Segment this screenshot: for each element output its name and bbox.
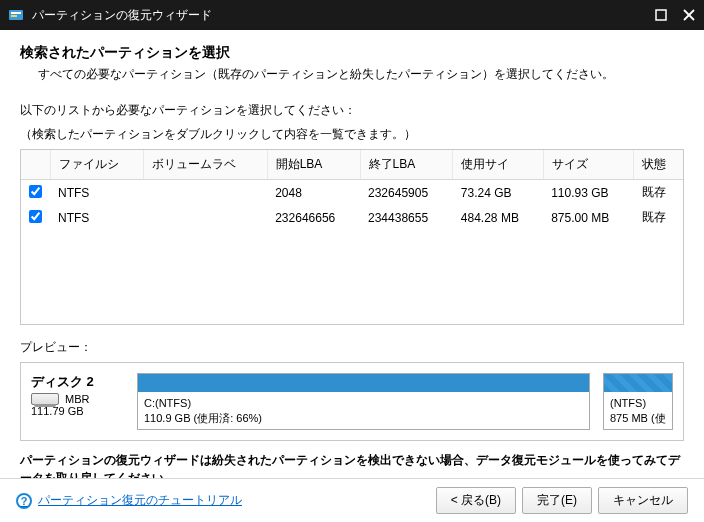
titlebar: パーティションの復元ウィザード [0,0,704,30]
table-row[interactable]: NTFS 2048 232645905 73.24 GB 110.93 GB 既… [21,180,683,206]
cell-end: 234438655 [360,205,453,230]
disk-icon [31,393,59,405]
partition-title: C:(NTFS) [144,396,583,411]
cell-status: 既存 [634,205,683,230]
row-checkbox[interactable] [29,210,42,223]
svg-rect-1 [11,12,21,14]
col-used-size[interactable]: 使用サイ [453,150,543,180]
maximize-button[interactable] [654,8,668,22]
partition-table: ファイルシ ボリュームラベ 開始LBA 終了LBA 使用サイ サイズ 状態 NT… [21,150,683,230]
footer: ? パーティション復元のチュートリアル < 戻る(B) 完了(E) キャンセル [0,478,704,522]
help-icon: ? [16,493,32,509]
disk-info: ディスク 2 MBR 111.79 GB [31,373,127,430]
col-start-lba[interactable]: 開始LBA [267,150,360,180]
partition-block[interactable]: C:(NTFS) 110.9 GB (使用済: 66%) [137,373,590,430]
partition-title: (NTFS) [610,396,666,411]
cell-start: 232646656 [267,205,360,230]
page-heading: 検索されたパーティションを選択 [20,44,684,62]
col-volume-label[interactable]: ボリュームラベ [144,150,267,180]
instruction-line2: （検索したパーティションをダブルクリックして内容を一覧できます。） [20,125,684,143]
preview-box: ディスク 2 MBR 111.79 GB C:(NTFS) 110.9 GB (… [20,362,684,441]
instruction-line1: 以下のリストから必要なパーティションを選択してください： [20,101,684,119]
col-end-lba[interactable]: 終了LBA [360,150,453,180]
cell-end: 232645905 [360,180,453,206]
cell-label [144,180,267,206]
help-link[interactable]: ? パーティション復元のチュートリアル [16,492,242,509]
cell-used: 484.28 MB [453,205,543,230]
table-row[interactable]: NTFS 232646656 234438655 484.28 MB 875.0… [21,205,683,230]
finish-button[interactable]: 完了(E) [522,487,592,514]
cell-fs: NTFS [50,205,144,230]
col-check [21,150,50,180]
partition-block[interactable]: (NTFS) 875 MB (使 [603,373,673,430]
partition-detail: 110.9 GB (使用済: 66%) [144,411,583,426]
partition-table-container: ファイルシ ボリュームラベ 開始LBA 終了LBA 使用サイ サイズ 状態 NT… [20,149,684,325]
disk-type: MBR [65,393,89,405]
back-button[interactable]: < 戻る(B) [436,487,516,514]
cancel-button[interactable]: キャンセル [598,487,688,514]
svg-rect-2 [11,15,17,17]
disk-name: ディスク 2 [31,373,94,391]
row-checkbox[interactable] [29,185,42,198]
cell-status: 既存 [634,180,683,206]
close-button[interactable] [682,8,696,22]
page-subheading: すべての必要なパーティション（既存のパーティションと紛失したパーティション）を選… [38,66,684,83]
col-status[interactable]: 状態 [634,150,683,180]
preview-label: プレビュー： [20,339,684,356]
col-filesystem[interactable]: ファイルシ [50,150,144,180]
cell-size: 110.93 GB [543,180,633,206]
app-icon [8,7,24,23]
partition-detail: 875 MB (使 [610,411,666,426]
cell-label [144,205,267,230]
svg-rect-3 [656,10,666,20]
help-link-label: パーティション復元のチュートリアル [38,492,242,509]
partition-bar [604,374,672,392]
partition-bar [138,374,589,392]
window-title: パーティションの復元ウィザード [32,7,654,24]
cell-fs: NTFS [50,180,144,206]
cell-start: 2048 [267,180,360,206]
cell-used: 73.24 GB [453,180,543,206]
cell-size: 875.00 MB [543,205,633,230]
col-size[interactable]: サイズ [543,150,633,180]
